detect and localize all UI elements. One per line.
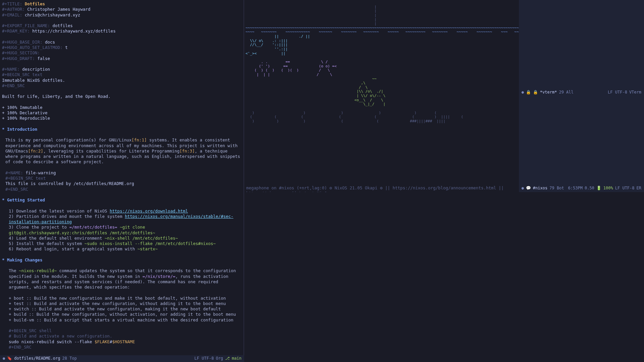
org-intro-paragraph: This is my personal configuration(s) for… bbox=[2, 137, 241, 165]
org-title: Dotfiles bbox=[25, 1, 45, 6]
modeline-load: 0.50 bbox=[585, 186, 594, 191]
org-heading-making-changes[interactable]: Making Changes bbox=[7, 257, 42, 262]
org-heading-introduction[interactable]: Introduction bbox=[7, 127, 37, 132]
org-making-changes-para: The ~nixos-rebuild~ command updates the … bbox=[2, 268, 241, 290]
org-export: dotfiles bbox=[53, 23, 73, 28]
modeline-buffer-name: *vterm* bbox=[540, 90, 557, 95]
org-hugo-lastmod: t bbox=[65, 45, 68, 50]
editor-pane-left[interactable]: #+TITLE: Dotfiles #+AUTHOR: Christopher … bbox=[0, 0, 244, 355]
modeline-bookmark-icon: 🔖 bbox=[7, 356, 12, 361]
org-begin-src-text-2: #+BEGIN_SRC text bbox=[5, 176, 241, 181]
org-tagline: Built for Life, Liberty, and the Open Ro… bbox=[2, 94, 241, 99]
battery-icon: 🔋 bbox=[596, 186, 601, 191]
modeline-file: dotfiles/README.org bbox=[14, 356, 60, 361]
org-heading-getting-started[interactable]: Getting Started bbox=[7, 197, 45, 202]
org-kw-name-desc: #+NAME: bbox=[2, 67, 20, 72]
org-shell-var-hostname: $HOSTNAME bbox=[112, 339, 135, 344]
org-getting-started-list: 1) Download the latest version of NixOS … bbox=[2, 208, 241, 252]
org-name-fw: file-warning bbox=[25, 170, 56, 175]
ascii-waves: ~~~~~~~~~~~~~~~~~~~~~~~~~~~~~~~~~~~~~~~~… bbox=[246, 26, 519, 30]
org-bullet-reproducible: + 100% Reproducible bbox=[2, 116, 241, 121]
link-nixos-download[interactable]: https://nixos.org/download.html bbox=[110, 208, 188, 214]
modeline-left-encoding: LF UTF-8 bbox=[195, 356, 214, 361]
modeline-left: ● 🔖 dotfiles/README.org 28 Top LF UTF-8 … bbox=[0, 355, 244, 362]
org-desc-body: Immutable NixOS dotfiles. bbox=[2, 78, 241, 83]
ascii-seabed: ) ) ) ) ) ( ( ( ( ( ( ( ) |||| ( ) ) bbox=[246, 111, 463, 123]
org-begin-src-shell: #+BEGIN_SRC shell bbox=[9, 328, 241, 334]
org-end-src-2: #+END_SRC bbox=[5, 187, 241, 192]
modeline-left-mode: Org bbox=[216, 356, 223, 361]
modeline-erc-channel: #nixos bbox=[533, 186, 547, 191]
modeline-dot-icon: ● bbox=[3, 356, 5, 361]
modeline-dot-icon: ● bbox=[522, 186, 524, 191]
org-bullet-immutable: + 100% Immutable bbox=[2, 105, 241, 110]
modeline-vterm: ● 🔒 🔒 *vterm* 29 All LF UTF-8 VTerm bbox=[519, 0, 644, 185]
org-end-src-3: #+END_SRC bbox=[9, 345, 241, 350]
editor-pane-right: | | | | bbox=[244, 0, 644, 355]
modeline-battery: 100% bbox=[603, 186, 613, 191]
modeline-position: 29 All bbox=[559, 90, 573, 95]
org-kw-roam: #+ROAM_KEY: bbox=[2, 28, 30, 34]
org-bullet-declarative: + 100% Declarative bbox=[2, 110, 241, 116]
modeline-lock2-icon: 🔒 bbox=[533, 90, 538, 95]
modeline-encoding: LF UTF-8 bbox=[608, 90, 627, 95]
org-shell-comment: # Build and activate a new configuration… bbox=[9, 334, 241, 339]
org-fw-body: This file is controlled by /etc/dotfiles… bbox=[5, 181, 241, 186]
org-end-src-1: #+END_SRC bbox=[2, 83, 241, 88]
org-roam: https://chrishayward.xyz/dotfiles bbox=[32, 28, 115, 34]
modeline-time: 6:53PM bbox=[568, 186, 583, 191]
footnote-1[interactable]: [fn:1] bbox=[131, 137, 147, 142]
org-kw-export: #+EXPORT_FILE_NAME: bbox=[2, 23, 50, 28]
org-hugo-base: docs bbox=[45, 40, 55, 45]
org-kw-author: #+AUTHOR: bbox=[2, 7, 25, 12]
org-header: #+TITLE: Dotfiles #+AUTHOR: Christopher … bbox=[2, 1, 241, 88]
modeline-git-branch: main bbox=[232, 356, 241, 361]
org-kw-title: #+TITLE: bbox=[2, 1, 22, 6]
ascii-creatures: . . == \ / (' ') == (o o) =< ( ) ( ) ( )… bbox=[246, 60, 337, 77]
modeline-erc-position: 79 Bot bbox=[549, 186, 564, 191]
org-kw-email: #+EMAIL: bbox=[2, 12, 22, 17]
org-kw-name-fw: #+NAME: bbox=[5, 170, 23, 175]
erc-pane[interactable]: megaphone on #nixos (+nrt,lag:0) ⚙ NixOS… bbox=[244, 185, 519, 192]
org-kw-hugo-section: #+HUGO_SECTION: bbox=[2, 50, 40, 55]
org-ops-list: + boot :: Build the new configuration an… bbox=[2, 296, 241, 323]
modeline-readonly-icon: ● bbox=[522, 90, 524, 95]
modeline-erc: ● 💬 #nixos 79 Bot 6:53PM 0.50 🔋 100% LF … bbox=[519, 185, 644, 192]
ascii-waves-2: ~~~~ ~~~~~~~ ~~~~~~~~~~~ ~~~~~~ ~~~~~~~ … bbox=[246, 30, 519, 34]
git-branch-icon: ⎇ bbox=[225, 356, 230, 361]
org-kw-hugo-draft: #+HUGO_DRAFT: bbox=[2, 56, 35, 61]
org-shell-var-flake: $FLAKE bbox=[95, 339, 110, 344]
modeline-erc-mode: ER bbox=[637, 186, 641, 191]
org-shell-cmd: sudo nixos-rebuild switch --flake bbox=[9, 339, 95, 344]
org-hugo-draft: false bbox=[37, 56, 50, 61]
org-email: chris@chrishayward.xyz bbox=[25, 12, 80, 17]
vterm-pane[interactable]: | | | | bbox=[244, 0, 519, 185]
org-begin-src-text: #+BEGIN_SRC text bbox=[2, 72, 241, 77]
footnote-2[interactable]: [fn:2] bbox=[28, 148, 43, 154]
modeline-chat-icon: 💬 bbox=[526, 186, 531, 191]
modeline-lock-icon: 🔒 bbox=[526, 90, 531, 95]
erc-topic: megaphone on #nixos (+nrt,lag:0) ⚙ NixOS… bbox=[246, 185, 517, 192]
org-kw-hugo-lastmod: #+HUGO_AUTO_SET_LASTMOD: bbox=[2, 45, 63, 50]
footnote-3[interactable]: [fn:3] bbox=[179, 148, 195, 154]
modeline-left-position: 28 Top bbox=[62, 356, 77, 361]
ascii-whale: ~~ ,\ / \ |\\ /o\ ./| bbox=[246, 77, 385, 107]
org-kw-hugo-base: #+HUGO_BASE_DIR: bbox=[2, 40, 42, 45]
ascii-fish: || ./ || \\/ o\ .: :||| //\__/ '::|||| '… bbox=[246, 34, 310, 56]
org-author: Christopher James Hayward bbox=[27, 7, 90, 12]
modeline-major-mode: VTerm bbox=[629, 90, 641, 95]
org-name-desc: description bbox=[22, 67, 50, 72]
modeline-erc-encoding: LF UTF-8 bbox=[615, 186, 635, 191]
